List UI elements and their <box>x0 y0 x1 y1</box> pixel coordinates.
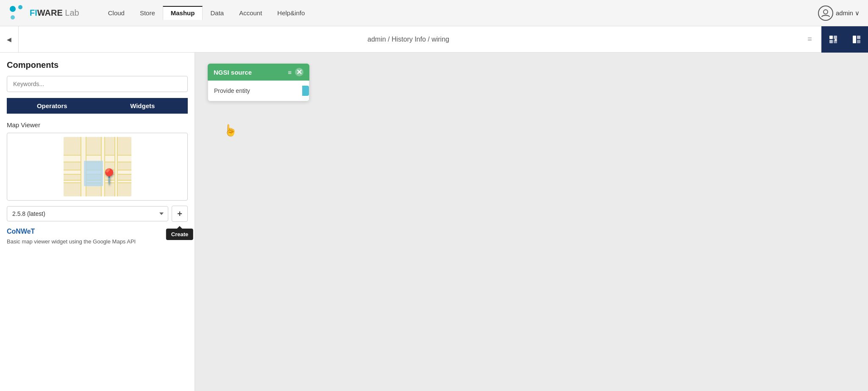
svg-rect-5 <box>834 36 837 39</box>
operators-tab[interactable]: Operators <box>7 98 97 114</box>
sidebar-title: Components <box>7 60 188 70</box>
svg-point-0 <box>10 6 16 12</box>
nav-links: Cloud Store Mashup Data Account Help&inf… <box>100 6 805 20</box>
layout-button[interactable] <box>845 26 868 53</box>
widget-thumbnail: 📍 <box>7 133 188 201</box>
menu-icon-button[interactable]: ≡ <box>798 26 821 53</box>
add-to-canvas-button[interactable]: + Create <box>172 206 188 222</box>
search-input[interactable] <box>7 76 188 92</box>
svg-rect-6 <box>829 40 833 43</box>
svg-rect-11 <box>857 36 860 39</box>
ngsi-header-icons: ≡ ✕ <box>288 68 303 76</box>
svg-rect-10 <box>853 36 856 43</box>
nav-store[interactable]: Store <box>132 6 163 20</box>
nav-right: admin ∨ <box>818 6 860 21</box>
breadcrumb: admin / History Info / wiring <box>19 36 798 43</box>
svg-point-3 <box>823 10 828 14</box>
logo[interactable]: FIWARE Lab <box>8 4 79 22</box>
logo-text: FIWARE Lab <box>30 8 79 18</box>
widget-section-title: Map Viewer <box>7 121 188 128</box>
nav-helpinfo[interactable]: Help&info <box>270 6 312 20</box>
add-widget-icon <box>829 35 838 44</box>
nav-mashup[interactable]: Mashup <box>163 6 203 20</box>
sidebar-toggle-button[interactable]: ◀ <box>0 26 19 53</box>
cursor-pointer: ☝ <box>224 124 237 137</box>
widget-description: Basic map viewer widget using the Google… <box>7 238 188 246</box>
tab-buttons: Operators Widgets <box>7 98 188 114</box>
nav-data[interactable]: Data <box>203 6 231 20</box>
layout-icon <box>852 35 861 44</box>
ngsi-widget-header: NGSI source ≡ ✕ <box>208 64 309 81</box>
ngsi-widget-body: Provide entity <box>208 81 309 101</box>
fiware-logo-icon <box>8 4 27 22</box>
version-select[interactable]: 2.5.8 (latest) <box>7 206 168 221</box>
admin-menu[interactable]: admin ∨ <box>818 6 860 21</box>
version-row: 2.5.8 (latest) + Create <box>7 206 188 222</box>
ngsi-menu-icon[interactable]: ≡ <box>288 69 292 76</box>
create-tooltip: Create <box>166 229 193 240</box>
sidebar: Components Operators Widgets Map Viewer … <box>0 53 195 391</box>
main-layout: Components Operators Widgets Map Viewer … <box>0 53 868 391</box>
ngsi-output-port[interactable] <box>302 86 309 96</box>
add-widget-button[interactable] <box>821 26 845 53</box>
svg-rect-4 <box>829 36 833 39</box>
toolbar-icons: ≡ <box>798 26 868 53</box>
admin-label: admin ∨ <box>836 9 860 17</box>
nav-account[interactable]: Account <box>231 6 270 20</box>
svg-point-1 <box>11 15 15 20</box>
widgets-tab[interactable]: Widgets <box>97 98 188 114</box>
conwet-link[interactable]: CoNWeT <box>7 228 188 235</box>
ngsi-close-icon[interactable]: ✕ <box>295 68 303 76</box>
map-pin-icon: 📍 <box>100 169 119 184</box>
plus-icon: + <box>177 209 182 219</box>
ngsi-widget-title: NGSI source <box>214 69 252 76</box>
breadcrumb-bar: ◀ admin / History Info / wiring ≡ <box>0 26 868 53</box>
map-preview-image: 📍 <box>64 137 131 196</box>
wiring-canvas[interactable]: NGSI source ≡ ✕ Provide entity ☝ <box>195 53 868 391</box>
menu-icon: ≡ <box>807 35 812 44</box>
admin-avatar <box>818 6 833 21</box>
svg-rect-12 <box>857 40 860 43</box>
ngsi-source-widget[interactable]: NGSI source ≡ ✕ Provide entity <box>208 64 309 101</box>
svg-point-2 <box>18 5 22 9</box>
ngsi-output-label: Provide entity <box>214 87 250 94</box>
nav-cloud[interactable]: Cloud <box>100 6 132 20</box>
top-navigation: FIWARE Lab Cloud Store Mashup Data Accou… <box>0 0 868 26</box>
